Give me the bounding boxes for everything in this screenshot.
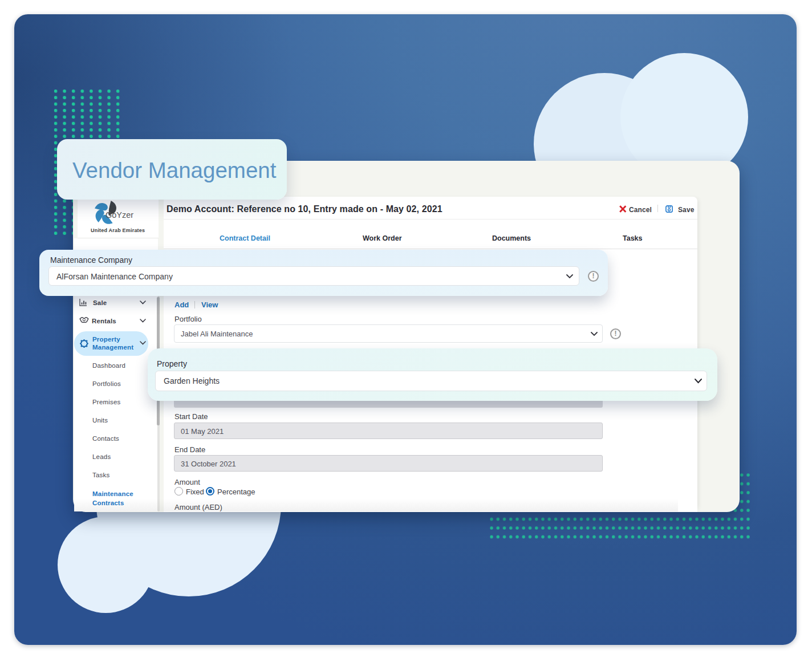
svg-text:GoYzer: GoYzer (105, 210, 133, 220)
